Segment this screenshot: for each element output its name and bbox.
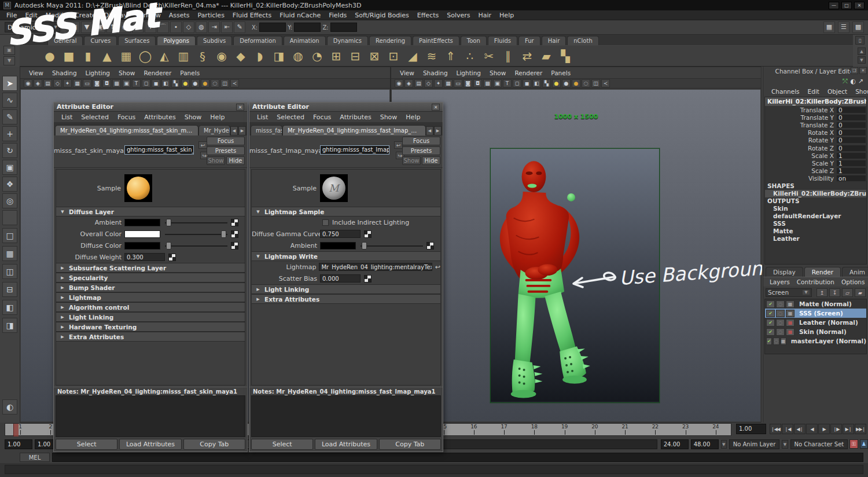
poly-torus-icon[interactable]: ◯ xyxy=(136,47,155,65)
cb-menu-channels[interactable]: Channels xyxy=(768,88,803,95)
textured-icon[interactable]: ◧ xyxy=(161,79,170,87)
poly-cone-icon[interactable]: ▲ xyxy=(98,47,116,65)
poly-pipe-icon[interactable]: ▥ xyxy=(174,47,193,65)
poly-soccer-ball-icon[interactable]: ◉ xyxy=(212,47,231,65)
diffuse-weight-field[interactable]: 0.300 xyxy=(124,253,165,261)
menu-display[interactable]: Display xyxy=(100,12,132,19)
safe-action-icon[interactable]: ▣ xyxy=(122,79,131,87)
scroll-up-icon[interactable]: ▲ xyxy=(858,47,866,55)
panel-menu-lighting[interactable]: Lighting xyxy=(453,69,485,76)
channel-value-field[interactable]: 1 xyxy=(836,160,866,167)
multi-lister-icon[interactable]: ≺ xyxy=(230,79,239,87)
attribute-editor-titlebar[interactable]: Attribute Editor ✕ xyxy=(54,102,247,112)
attribute-editor-window-skin[interactable]: Attribute Editor ✕ ListSelectedFocusAttr… xyxy=(53,102,248,452)
bevel-icon[interactable]: ◢ xyxy=(403,47,422,65)
collapsed-section-header[interactable]: ▶ Light Linking xyxy=(56,313,245,322)
menu-window[interactable]: Window xyxy=(131,12,164,19)
Matte (Normal)[interactable]: ✔ ◌ ▦ Matte (Normal) xyxy=(765,299,866,309)
extrude-icon[interactable]: ⇑ xyxy=(442,47,460,65)
select-by-hierarchy-icon[interactable]: ↑ xyxy=(106,21,118,33)
safe-action-icon[interactable]: ▣ xyxy=(493,79,502,87)
render-view-icon[interactable]: ▦ xyxy=(823,21,835,33)
booleans-icon[interactable]: ⊡ xyxy=(384,47,403,65)
smooth-icon[interactable]: ◍ xyxy=(289,47,307,65)
scroll-down-icon[interactable]: ▼ xyxy=(858,56,866,64)
reduce-icon[interactable]: ◔ xyxy=(308,47,326,65)
layer-menu-contribution[interactable]: Contribution xyxy=(794,278,837,285)
ae-menu-list[interactable]: List xyxy=(57,113,76,121)
output-node-matte[interactable]: Matte xyxy=(765,228,866,235)
image-plane-icon[interactable]: ✦ xyxy=(434,79,443,87)
shaded-icon[interactable]: ◼ xyxy=(152,79,160,87)
masterLayer (Normal)[interactable]: ✔ ◌ ▦ masterLayer (Normal) xyxy=(765,336,866,346)
select-camera-icon[interactable]: ◉ xyxy=(395,79,403,87)
ae-menu-focus[interactable]: Focus xyxy=(309,113,335,121)
collapsed-section-header[interactable]: ▶ Extra Attributes xyxy=(56,332,245,342)
select-input-connection-icon[interactable]: ↩ xyxy=(394,141,403,149)
hyperbolic-slider-icon[interactable]: ↗ xyxy=(858,78,863,85)
ae-menu-help[interactable]: Help xyxy=(206,113,229,121)
hypershade-persp-layout-icon[interactable]: ◧ xyxy=(2,300,17,315)
diffuse-color-map-button[interactable] xyxy=(231,242,238,249)
output-node-defaultrenderlayer[interactable]: defaultRenderLayer xyxy=(765,212,866,220)
layer-overrides-icon[interactable]: ▦ xyxy=(786,310,795,317)
animation-start-field[interactable]: 1.00 xyxy=(5,439,32,449)
panel-menu-show[interactable]: Show xyxy=(486,69,510,76)
ambient-map-button[interactable] xyxy=(231,219,238,226)
play-forward-button[interactable]: ▶ xyxy=(818,424,830,434)
close-button[interactable]: ✕ xyxy=(854,2,865,9)
step-forward-key-button[interactable]: ❘▶ xyxy=(830,424,842,434)
collapsed-section-header[interactable]: ▶ Extra Attributes xyxy=(252,295,440,304)
collapsed-section-header[interactable]: ▶ Light Linking xyxy=(252,285,440,294)
collapsed-section-header[interactable]: ▶ Lightmap xyxy=(56,293,245,302)
y-input[interactable] xyxy=(294,23,321,32)
current-time-indicator[interactable] xyxy=(13,424,19,436)
safe-title-icon[interactable]: T xyxy=(503,79,512,87)
mel-command-input[interactable] xyxy=(52,453,863,462)
ae-menu-show[interactable]: Show xyxy=(376,113,402,121)
collapsed-section-header[interactable]: ▶ Specularity xyxy=(56,273,245,282)
play-backwards-button[interactable]: ◀ xyxy=(806,424,818,434)
poly-text-icon[interactable]: ◨ xyxy=(270,47,288,65)
panel-menu-view[interactable]: View xyxy=(396,69,418,76)
panel-menu-panels[interactable]: Panels xyxy=(547,69,575,76)
snap-to-curve-icon[interactable]: ⌒ xyxy=(157,21,169,33)
chevron-down-icon[interactable]: ▼ xyxy=(721,440,727,449)
menu-assets[interactable]: Assets xyxy=(165,12,194,19)
channel-name[interactable]: Translate Y xyxy=(765,114,836,121)
checkered-icon[interactable]: ▚ xyxy=(542,79,551,87)
layer-overrides-icon[interactable]: ▦ xyxy=(781,337,786,345)
select-input-connection-icon[interactable]: ↩ xyxy=(198,141,207,149)
lightmap-write-header[interactable]: ▼ Lightmap Write xyxy=(252,252,440,261)
soft-mod-tool-icon[interactable]: ◎ xyxy=(2,193,17,208)
layer-renderable-toggle[interactable]: ✔ xyxy=(766,337,772,345)
presets-button[interactable]: Presets xyxy=(402,146,440,155)
menu-hair[interactable]: Hair xyxy=(475,12,496,19)
panel-menu-renderer[interactable]: Renderer xyxy=(510,69,546,76)
resolution-gate-icon[interactable]: ◙ xyxy=(464,79,472,87)
ae-menu-list[interactable]: List xyxy=(253,113,272,121)
channel-name[interactable]: Rotate Z xyxy=(765,145,836,152)
separate-icon[interactable]: ⊟ xyxy=(346,47,365,65)
attribute-spread-sheet-icon[interactable]: ◐ xyxy=(2,399,17,414)
ambient-map-button[interactable] xyxy=(426,242,434,249)
ae-menu-show[interactable]: Show xyxy=(181,113,206,121)
diffuse-gamma-map-button[interactable] xyxy=(364,230,372,238)
close-icon[interactable]: ✕ xyxy=(236,104,244,111)
attribute-editor-window-lmap[interactable]: Attribute Editor ✕ ListSelectedFocusAttr… xyxy=(249,102,443,452)
channel-value-field[interactable]: 0 xyxy=(836,129,866,136)
select-by-object-icon[interactable]: ◉ xyxy=(119,21,131,33)
panel-menu-show[interactable]: Show xyxy=(115,69,139,76)
layer-renderable-toggle[interactable]: ✔ xyxy=(766,328,775,336)
layer-contribution-toggle[interactable]: ◌ xyxy=(776,319,785,326)
add-layer-up-icon[interactable]: ↥ xyxy=(816,288,827,297)
channel-value-field[interactable]: 1 xyxy=(836,167,866,174)
ambient-color-swatch[interactable] xyxy=(124,219,160,226)
camera-attributes-icon[interactable]: ▤ xyxy=(43,79,52,87)
Skin (Normal)[interactable]: ✔ ◌ ▦ Skin (Normal) xyxy=(765,327,866,336)
combine-icon[interactable]: ⊞ xyxy=(327,47,345,65)
ae-menu-selected[interactable]: Selected xyxy=(273,113,308,121)
move-tool-icon[interactable]: + xyxy=(2,126,17,141)
speed-control-icon[interactable]: ◐ xyxy=(850,78,856,85)
isolate-select-icon[interactable]: ◌ xyxy=(211,79,219,87)
